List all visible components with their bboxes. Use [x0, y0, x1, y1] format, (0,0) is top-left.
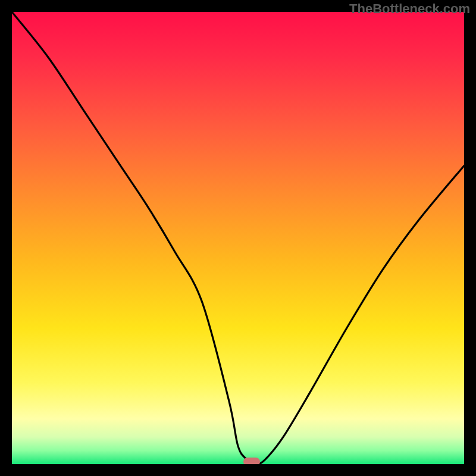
- chart-frame: TheBottleneck.com: [0, 0, 476, 476]
- watermark-text: TheBottleneck.com: [349, 1, 470, 17]
- curve-path: [12, 12, 464, 464]
- bottleneck-curve: [12, 12, 464, 464]
- optimal-point-marker: [243, 458, 260, 464]
- plot-area: [12, 12, 464, 464]
